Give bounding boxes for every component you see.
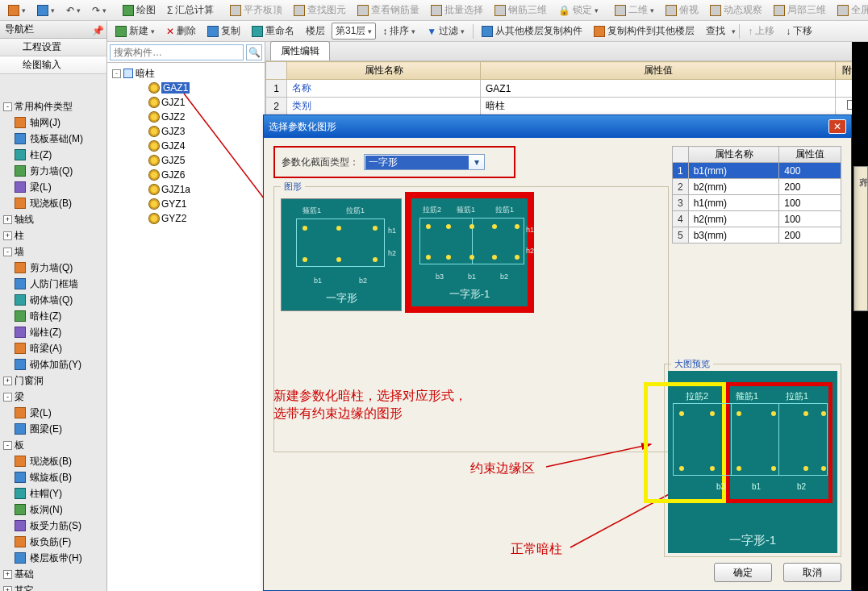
- moveup-button[interactable]: ↑上移: [743, 23, 779, 40]
- tree-item[interactable]: 人防门框墙: [2, 276, 106, 292]
- tb-redo[interactable]: ↷▾: [87, 3, 111, 18]
- search-button[interactable]: 🔍: [246, 44, 262, 60]
- thumb-yizixing-1[interactable]: 拉筋2 箍筋1 拉筋1 b3b1b2 h1h2 一字形-1: [405, 192, 534, 313]
- tree-item[interactable]: 梁(L): [2, 179, 106, 195]
- tree-group[interactable]: -墙: [2, 243, 106, 260]
- tb-open[interactable]: ▾: [32, 3, 60, 18]
- iso-button[interactable]: 俯视: [661, 2, 703, 19]
- dyn-button[interactable]: 动态观察: [705, 2, 767, 19]
- tree-item[interactable]: 端柱(Z): [2, 324, 106, 340]
- ct-item[interactable]: GYZ2: [112, 211, 265, 226]
- tree-item[interactable]: 楼层板带(H): [2, 550, 106, 566]
- tree-item[interactable]: 柱(Z): [2, 147, 106, 163]
- tree-item[interactable]: 暗柱(Z): [2, 308, 106, 324]
- tree-item[interactable]: 筏板基础(M): [2, 131, 106, 147]
- pin-icon[interactable]: 📌: [92, 25, 102, 35]
- ok-button[interactable]: 确定: [714, 563, 772, 582]
- ct-item[interactable]: GAZ1: [112, 81, 265, 95]
- movedown-button[interactable]: ↓下移: [781, 23, 817, 40]
- floor-select[interactable]: 第31层 ▾: [332, 23, 376, 40]
- tree-item[interactable]: 板负筋(F): [2, 534, 106, 550]
- tree-item[interactable]: 螺旋板(B): [2, 469, 106, 485]
- tree-group[interactable]: +柱: [2, 227, 106, 243]
- tree-item[interactable]: 梁(L): [2, 405, 106, 421]
- copy-button[interactable]: 复制: [202, 23, 245, 40]
- mg-value[interactable]: 200: [779, 227, 841, 243]
- mg-value[interactable]: 100: [779, 211, 841, 227]
- mg-name[interactable]: b2(mm): [688, 179, 779, 195]
- lock-button[interactable]: 🔒锁定▾: [553, 2, 603, 19]
- gear-icon: [149, 98, 159, 107]
- tree-item[interactable]: 现浇板(B): [2, 195, 106, 211]
- ct-item[interactable]: GJZ2: [112, 110, 265, 124]
- search-input[interactable]: [110, 44, 244, 60]
- batchsel-button[interactable]: 批量选择: [426, 2, 488, 19]
- ct-item[interactable]: GYZ1: [112, 197, 265, 211]
- dialog-titlebar[interactable]: 选择参数化图形 ✕: [264, 115, 851, 138]
- ct-item[interactable]: GJZ4: [112, 139, 265, 153]
- t2-label-gujin1: 箍筋1: [457, 205, 475, 215]
- flattop-button[interactable]: 平齐板顶: [225, 2, 287, 19]
- ct-item[interactable]: GJZ6: [112, 168, 265, 182]
- tree-group[interactable]: +门窗洞: [2, 372, 106, 389]
- ct-root[interactable]: -暗柱: [112, 66, 265, 81]
- filter-button[interactable]: ▼过滤▾: [422, 23, 469, 40]
- local3d-button[interactable]: 局部三维: [769, 2, 831, 19]
- tree-item[interactable]: 砌体墙(Q): [2, 292, 106, 308]
- recent-dropdown[interactable]: ▾: [3, 3, 31, 18]
- tree-item[interactable]: 板受力筋(S): [2, 518, 106, 534]
- close-icon[interactable]: ✕: [828, 119, 846, 134]
- mg-name[interactable]: h2(mm): [688, 211, 779, 227]
- tree-item[interactable]: 剪力墙(Q): [2, 163, 106, 179]
- tab-propedit[interactable]: 属性编辑: [270, 41, 330, 60]
- tree-item[interactable]: 剪力墙(Q): [2, 260, 106, 276]
- tree-group[interactable]: -梁: [2, 389, 106, 405]
- tree-group[interactable]: +轴线: [2, 211, 106, 227]
- viewrebar-button[interactable]: 查看钢筋量: [353, 2, 424, 19]
- prop-value[interactable]: 暗柱: [481, 98, 836, 115]
- thumb-yizixing[interactable]: 箍筋1 拉筋1 b1b2 h1h2 一字形: [281, 198, 402, 311]
- tree-item[interactable]: 板洞(N): [2, 502, 106, 518]
- sumcalc-button[interactable]: Σ 汇总计算: [162, 2, 219, 19]
- full-button[interactable]: 全屏: [833, 2, 868, 19]
- new-button[interactable]: 新建▾: [111, 23, 160, 40]
- copyfrom-button[interactable]: 从其他楼层复制构件: [477, 23, 587, 40]
- tree-item[interactable]: 圈梁(E): [2, 421, 106, 437]
- mg-value[interactable]: 100: [779, 195, 841, 211]
- mg-rownum: 2: [673, 179, 689, 195]
- draw-button[interactable]: 绘图: [118, 2, 161, 19]
- nav-item-drawinput[interactable]: 绘图输入: [0, 56, 106, 74]
- 2d-button[interactable]: 二维▾: [610, 2, 659, 19]
- ct-item[interactable]: GJZ1: [112, 95, 265, 110]
- mg-value[interactable]: 200: [779, 179, 841, 195]
- param-select[interactable]: 一字形 ▾: [364, 154, 485, 170]
- rebar3d-button[interactable]: 钢筋三维: [490, 2, 552, 19]
- tb-undo[interactable]: ↶▾: [61, 3, 86, 18]
- prop-value[interactable]: GAZ1: [481, 80, 836, 98]
- tree-item[interactable]: 柱帽(Y): [2, 485, 106, 502]
- find-button[interactable]: 查找: [701, 23, 730, 40]
- delete-button[interactable]: ✕删除: [161, 23, 201, 40]
- tree-group[interactable]: -板: [2, 437, 106, 453]
- copyto-button[interactable]: 复制构件到其他楼层: [589, 23, 699, 40]
- rename-button[interactable]: 重命名: [247, 23, 299, 40]
- tree-group[interactable]: +基础: [2, 566, 106, 582]
- gear-icon: [149, 112, 159, 122]
- cancel-button[interactable]: 取消: [783, 563, 841, 582]
- mg-value[interactable]: 400: [779, 163, 841, 179]
- nav-item-project[interactable]: 工程设置: [0, 39, 106, 56]
- ct-item[interactable]: GJZ5: [112, 153, 265, 168]
- tree-item[interactable]: 轴网(J): [2, 114, 106, 131]
- mg-name[interactable]: b1(mm): [688, 163, 779, 179]
- tree-group[interactable]: +其它: [2, 582, 106, 591]
- tree-item[interactable]: 砌体加筋(Y): [2, 356, 106, 372]
- ct-item[interactable]: GJZ1a: [112, 182, 265, 197]
- sort-button[interactable]: ↕排序▾: [378, 23, 420, 40]
- tree-group[interactable]: -常用构件类型: [2, 98, 106, 114]
- mg-name[interactable]: b3(mm): [688, 227, 779, 243]
- findview-button[interactable]: 查找图元: [289, 2, 351, 19]
- tree-item[interactable]: 暗梁(A): [2, 340, 106, 356]
- mg-name[interactable]: h1(mm): [688, 195, 779, 211]
- ct-item[interactable]: GJZ3: [112, 124, 265, 139]
- tree-item[interactable]: 现浇板(B): [2, 453, 106, 469]
